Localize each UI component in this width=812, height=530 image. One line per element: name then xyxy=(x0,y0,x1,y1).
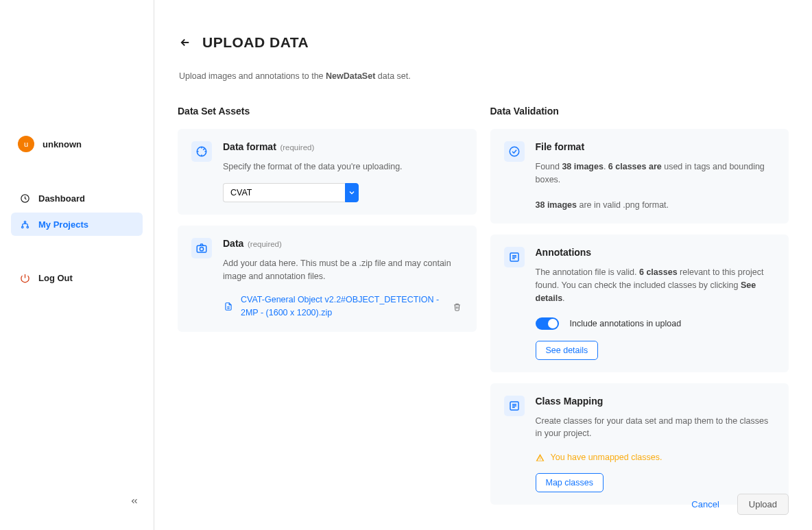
footer-actions: Cancel Upload xyxy=(684,494,789,515)
file-format-line2: 38 images are in valid .png format. xyxy=(536,199,776,212)
class-mapping-card: Class Mapping Create classes for your da… xyxy=(490,383,789,505)
main-content: UPLOAD DATA Upload images and annotation… xyxy=(154,0,812,530)
page-description: Upload images and annotations to the New… xyxy=(179,71,789,81)
back-button[interactable] xyxy=(178,35,193,50)
projects-icon xyxy=(19,219,30,230)
svg-point-7 xyxy=(510,147,519,156)
list-icon xyxy=(504,247,525,267)
page-title: UPLOAD DATA xyxy=(202,34,309,51)
page-header: UPLOAD DATA xyxy=(178,34,789,51)
annotations-sub: The annotation file is valid. 6 classes … xyxy=(536,266,776,304)
sidebar-item-label: Dashboard xyxy=(38,193,85,204)
required-tag: (required) xyxy=(280,143,314,152)
warning-icon xyxy=(536,453,545,462)
sidebar-item-label: Log Out xyxy=(38,273,73,283)
svg-rect-5 xyxy=(197,245,206,252)
data-validation-column: Data Validation File format Found 38 ima… xyxy=(490,106,789,516)
annotations-card: Annotations The annotation file is valid… xyxy=(490,234,789,372)
desc-prefix: Upload images and annotations to the xyxy=(179,71,326,81)
warning-text: You have unmapped classes. xyxy=(551,453,662,462)
map-classes-button[interactable]: Map classes xyxy=(536,473,604,492)
required-tag: (required) xyxy=(248,240,282,248)
data-format-sub: Specify the format of the data you're up… xyxy=(223,160,463,173)
clock-icon xyxy=(19,193,30,204)
data-format-card: Data format (required) Specify the forma… xyxy=(178,129,477,215)
user-block[interactable]: u unknown xyxy=(11,134,143,154)
file-format-line1: Found 38 images. 6 classes are used in t… xyxy=(536,160,776,186)
sidebar-item-label: My Projects xyxy=(38,219,88,230)
column-title-assets: Data Set Assets xyxy=(178,106,477,117)
cancel-button[interactable]: Cancel xyxy=(684,495,726,514)
list-icon xyxy=(504,396,525,416)
data-format-title: Data format xyxy=(223,141,276,152)
uploaded-file-row: CVAT-General Object v2.2#OBJECT_DETECTIO… xyxy=(223,293,463,320)
camera-icon xyxy=(191,238,212,258)
svg-point-6 xyxy=(200,247,203,250)
desc-dataset-name: NewDataSet xyxy=(326,71,375,81)
svg-point-2 xyxy=(27,226,29,228)
column-title-validation: Data Validation xyxy=(490,106,789,117)
file-icon xyxy=(223,301,234,312)
sidebar-item-logout[interactable]: Log Out xyxy=(11,266,143,289)
include-annotations-toggle[interactable] xyxy=(536,317,559,330)
avatar: u xyxy=(18,136,34,152)
class-mapping-sub: Create classes for your data set and map… xyxy=(536,415,776,441)
data-card: Data (required) Add your data here. This… xyxy=(178,226,477,332)
desc-suffix: data set. xyxy=(375,71,410,81)
sidebar-nav: Dashboard My Projects Log Out xyxy=(11,186,143,289)
check-circle-icon xyxy=(504,141,525,162)
class-mapping-title: Class Mapping xyxy=(536,396,604,407)
file-format-card: File format Found 38 images. 6 classes a… xyxy=(490,129,789,224)
sidebar-item-my-projects[interactable]: My Projects xyxy=(11,213,143,236)
data-sub: Add your data here. This must be a .zip … xyxy=(223,257,463,283)
unmapped-classes-warning: You have unmapped classes. xyxy=(536,453,776,462)
collapse-sidebar-button[interactable] xyxy=(126,493,143,509)
data-format-input[interactable] xyxy=(223,183,345,202)
include-annotations-row: Include annotations in upload xyxy=(536,317,776,330)
sidebar: u unknown Dashboard My Projects Log Ou xyxy=(0,0,154,530)
see-details-button[interactable]: See details xyxy=(536,341,599,360)
upload-button[interactable]: Upload xyxy=(737,494,789,515)
uploaded-file-name[interactable]: CVAT-General Object v2.2#OBJECT_DETECTIO… xyxy=(241,293,445,320)
file-format-title: File format xyxy=(536,141,585,152)
svg-point-1 xyxy=(21,226,23,228)
user-name: unknown xyxy=(43,139,82,149)
power-icon xyxy=(19,272,30,283)
include-annotations-label: Include annotations in upload xyxy=(570,319,682,328)
annotations-title: Annotations xyxy=(536,247,592,258)
data-format-dropdown-button[interactable] xyxy=(345,183,359,202)
data-set-assets-column: Data Set Assets Data format (required) S… xyxy=(178,106,477,516)
delete-file-button[interactable] xyxy=(452,301,463,312)
data-format-icon xyxy=(191,141,212,162)
data-title: Data xyxy=(223,238,243,249)
sidebar-item-dashboard[interactable]: Dashboard xyxy=(11,186,143,210)
svg-point-3 xyxy=(24,221,26,223)
data-format-select[interactable] xyxy=(223,183,359,202)
